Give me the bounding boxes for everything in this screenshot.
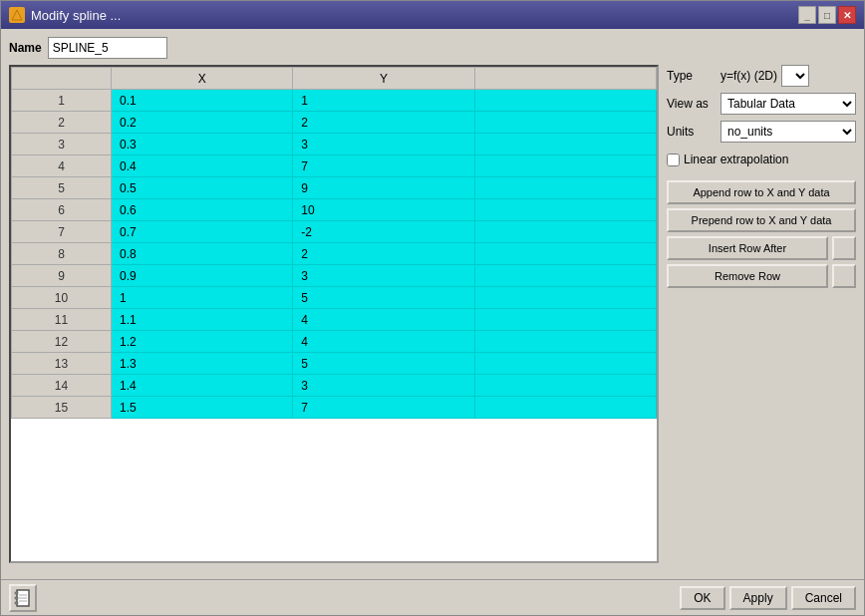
table-row[interactable]: 30.33	[12, 134, 657, 155]
col-y-header: Y	[293, 68, 474, 90]
cell-y[interactable]: 3	[293, 265, 474, 287]
cell-y[interactable]: 3	[293, 375, 474, 397]
insert-row-button[interactable]: Insert Row After	[667, 236, 828, 260]
maximize-button[interactable]: □	[818, 6, 836, 24]
data-table: X Y 10.1120.2230.3340.4750.5960.61070.7-…	[11, 67, 657, 419]
cell-y[interactable]: 3	[293, 134, 474, 155]
cell-x[interactable]: 0.7	[112, 221, 293, 243]
row-number: 7	[12, 221, 112, 243]
type-value: y=f(x) (2D)	[721, 69, 777, 83]
table-row[interactable]: 10.11	[12, 90, 657, 112]
cell-extra	[474, 221, 656, 243]
remove-row-extra-button[interactable]	[832, 264, 856, 288]
main-window: Modify spline ... _ □ ✕ Name X	[0, 0, 865, 616]
title-bar-left: Modify spline ...	[9, 7, 121, 23]
cell-y[interactable]: 7	[293, 155, 474, 177]
cell-y[interactable]: 1	[293, 90, 474, 112]
row-number: 1	[12, 90, 112, 112]
cell-x[interactable]: 0.9	[112, 265, 293, 287]
cell-y[interactable]: 4	[293, 309, 474, 331]
table-row[interactable]: 141.43	[12, 375, 657, 397]
cell-x[interactable]: 1.1	[112, 309, 293, 331]
name-input[interactable]	[48, 37, 167, 59]
cell-x[interactable]: 0.2	[112, 112, 293, 134]
type-select[interactable]	[781, 65, 809, 87]
cell-y[interactable]: 4	[293, 331, 474, 353]
app-icon	[9, 7, 25, 23]
linear-extrapolation-checkbox[interactable]	[667, 154, 680, 166]
row-number: 10	[12, 287, 112, 309]
table-row[interactable]: 90.93	[12, 265, 657, 287]
cell-y[interactable]: 5	[293, 287, 474, 309]
table-row[interactable]: 111.14	[12, 309, 657, 331]
cell-y[interactable]: 2	[293, 243, 474, 265]
notebook-icon[interactable]	[9, 584, 37, 612]
cancel-button[interactable]: Cancel	[791, 586, 856, 610]
minimize-button[interactable]: _	[798, 6, 816, 24]
cell-x[interactable]: 0.8	[112, 243, 293, 265]
row-number: 15	[12, 397, 112, 419]
bottom-buttons: OK Apply Cancel	[680, 586, 856, 610]
main-area: X Y 10.1120.2230.3340.4750.5960.61070.7-…	[9, 65, 856, 571]
insert-row-extra-button[interactable]	[832, 236, 856, 260]
table-row[interactable]: 70.7-2	[12, 221, 657, 243]
cell-x[interactable]: 0.3	[112, 134, 293, 155]
cell-y[interactable]: 2	[293, 112, 474, 134]
units-select[interactable]: no_units	[721, 121, 856, 143]
table-row[interactable]: 50.59	[12, 177, 657, 199]
table-row[interactable]: 151.57	[12, 397, 657, 419]
cell-y[interactable]: 5	[293, 353, 474, 375]
name-label: Name	[9, 41, 42, 55]
name-row: Name	[9, 37, 856, 59]
remove-row-button[interactable]: Remove Row	[667, 264, 828, 288]
svg-rect-4	[15, 602, 18, 604]
append-row-button[interactable]: Append row to X and Y data	[667, 180, 856, 204]
cell-x[interactable]: 1.4	[112, 375, 293, 397]
insert-row-row: Insert Row After	[667, 236, 856, 260]
window-content: Name X Y 10.1120.2230.3340.	[1, 29, 864, 579]
row-number: 4	[12, 155, 112, 177]
cell-x[interactable]: 0.4	[112, 155, 293, 177]
svg-marker-0	[12, 10, 22, 20]
apply-button[interactable]: Apply	[729, 586, 787, 610]
cell-extra	[474, 243, 656, 265]
table-row[interactable]: 80.82	[12, 243, 657, 265]
cell-x[interactable]: 0.5	[112, 177, 293, 199]
view-as-row: View as Tabular Data	[667, 93, 856, 115]
col-x-header: X	[112, 68, 293, 90]
svg-rect-3	[15, 597, 18, 599]
cell-extra	[474, 112, 656, 134]
type-row: Type y=f(x) (2D)	[667, 65, 856, 87]
cell-y[interactable]: 9	[293, 177, 474, 199]
units-label: Units	[667, 125, 715, 139]
cell-x[interactable]: 0.1	[112, 90, 293, 112]
cell-x[interactable]: 1.3	[112, 353, 293, 375]
table-panel[interactable]: X Y 10.1120.2230.3340.4750.5960.61070.7-…	[9, 65, 659, 563]
row-num-header	[12, 68, 112, 90]
cell-x[interactable]: 0.6	[112, 199, 293, 221]
table-row[interactable]: 1015	[12, 287, 657, 309]
button-group: Append row to X and Y data Prepend row t…	[667, 180, 856, 288]
table-row[interactable]: 40.47	[12, 155, 657, 177]
type-select-wrapper: y=f(x) (2D)	[721, 65, 856, 87]
cell-extra	[474, 265, 656, 287]
cell-x[interactable]: 1	[112, 287, 293, 309]
cell-y[interactable]: -2	[293, 221, 474, 243]
view-as-select[interactable]: Tabular Data	[721, 93, 856, 115]
prepend-row-button[interactable]: Prepend row to X and Y data	[667, 208, 856, 232]
cell-y[interactable]: 7	[293, 397, 474, 419]
table-row[interactable]: 131.35	[12, 353, 657, 375]
cell-y[interactable]: 10	[293, 199, 474, 221]
ok-button[interactable]: OK	[680, 586, 724, 610]
close-button[interactable]: ✕	[838, 6, 856, 24]
cell-x[interactable]: 1.5	[112, 397, 293, 419]
table-row[interactable]: 20.22	[12, 112, 657, 134]
linear-extrapolation-row: Linear extrapolation	[667, 153, 856, 166]
table-row[interactable]: 121.24	[12, 331, 657, 353]
cell-extra	[474, 90, 656, 112]
title-bar: Modify spline ... _ □ ✕	[1, 1, 864, 29]
cell-x[interactable]: 1.2	[112, 331, 293, 353]
row-number: 3	[12, 134, 112, 155]
table-row[interactable]: 60.610	[12, 199, 657, 221]
bottom-bar: OK Apply Cancel	[1, 579, 864, 615]
